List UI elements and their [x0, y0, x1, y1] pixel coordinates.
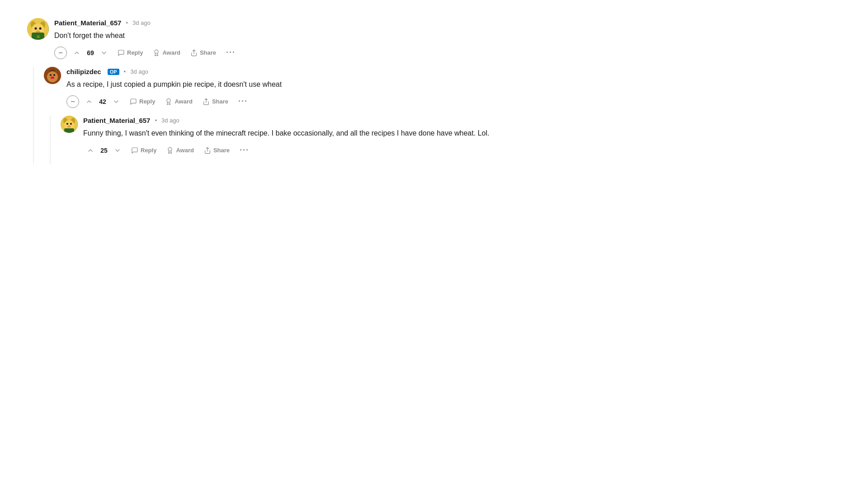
- collapse-button-1[interactable]: −: [66, 95, 79, 108]
- award-icon-2: [166, 147, 174, 154]
- svg-point-13: [50, 74, 52, 76]
- username-1: chilipizdec: [66, 68, 101, 75]
- op-badge: OP: [108, 69, 119, 75]
- thread-line-1: [50, 116, 51, 164]
- award-label-2: Award: [176, 147, 194, 154]
- timestamp: •: [126, 19, 128, 26]
- comment-level-1: chilipizdec OP • 3d ago As a recipe, I j…: [44, 67, 841, 164]
- upvote-icon: [73, 49, 80, 56]
- comment-body: Don't forget the wheat: [54, 30, 841, 41]
- comment-body-2: Funny thing, I wasn't even thinking of t…: [83, 128, 841, 139]
- comment-thread: ⚔ Patient_Material_657 • 3d ago Don't fo…: [27, 18, 841, 164]
- comment-left-col-1: [44, 67, 61, 84]
- svg-point-24: [67, 126, 71, 128]
- more-options-button-2[interactable]: ···: [236, 143, 253, 157]
- svg-rect-25: [64, 128, 74, 133]
- timestamp-sep-1: •: [124, 68, 126, 75]
- downvote-icon-2: [114, 147, 121, 154]
- reply-icon: [118, 49, 125, 56]
- vote-group-2: 25: [83, 145, 125, 156]
- comment-content: Patient_Material_657 • 3d ago Don't forg…: [54, 18, 841, 46]
- username-2: Patient_Material_657: [83, 117, 150, 124]
- svg-point-23: [70, 123, 72, 125]
- timestamp-1: 3d ago: [130, 68, 148, 75]
- share-button[interactable]: Share: [187, 47, 220, 59]
- comment-content-2: Patient_Material_657 • 3d ago Funny thin…: [83, 116, 841, 143]
- dots-icon-2: ···: [240, 145, 249, 155]
- downvote-button[interactable]: [97, 47, 111, 59]
- replies-body-1: Patient_Material_657 • 3d ago Funny thin…: [61, 116, 841, 164]
- reply-label: Reply: [127, 49, 143, 56]
- comment-level-2: Patient_Material_657 • 3d ago Funny thin…: [61, 116, 841, 164]
- collapse-button[interactable]: −: [54, 47, 67, 59]
- username: Patient_Material_657: [54, 19, 121, 27]
- avatar-chili: [44, 67, 61, 84]
- comment-header-1: chilipizdec OP • 3d ago: [66, 68, 841, 75]
- minus-icon: −: [58, 49, 62, 57]
- award-button-1[interactable]: Award: [161, 96, 196, 108]
- share-label: Share: [200, 49, 216, 56]
- timestamp-sep-2: •: [155, 117, 157, 124]
- svg-point-26: [168, 147, 172, 151]
- share-button-1[interactable]: Share: [199, 96, 232, 108]
- svg-point-5: [39, 28, 42, 30]
- timestamp-2: 3d ago: [161, 117, 179, 124]
- upvote-icon-1: [85, 98, 93, 105]
- share-icon-2: [204, 147, 211, 154]
- svg-text:⚔: ⚔: [36, 34, 40, 39]
- upvote-button[interactable]: [70, 47, 84, 59]
- upvote-button-1[interactable]: [82, 96, 96, 108]
- upvote-button-2[interactable]: [83, 145, 98, 156]
- avatar: ⚔: [27, 18, 49, 40]
- comment-header-2: Patient_Material_657 • 3d ago: [83, 117, 841, 124]
- award-label: Award: [162, 49, 180, 56]
- downvote-icon: [100, 49, 108, 56]
- share-label-1: Share: [212, 98, 228, 105]
- award-button[interactable]: Award: [149, 47, 184, 59]
- more-options-button-1[interactable]: ···: [235, 94, 251, 108]
- timestamp-value: 3d ago: [132, 19, 151, 26]
- share-icon-1: [203, 98, 210, 105]
- dots-icon-1: ···: [238, 97, 248, 106]
- more-options-button[interactable]: ···: [222, 46, 239, 60]
- upvote-icon-2: [87, 147, 94, 154]
- vote-group: 69: [70, 47, 111, 59]
- vote-count-1: 42: [98, 98, 107, 105]
- svg-point-14: [53, 74, 55, 76]
- replies-container-1: Patient_Material_657 • 3d ago Funny thin…: [44, 116, 841, 164]
- replies-body-0: chilipizdec OP • 3d ago As a recipe, I j…: [44, 67, 841, 164]
- reply-button[interactable]: Reply: [114, 47, 146, 59]
- award-icon-1: [165, 98, 172, 105]
- award-label-1: Award: [175, 98, 193, 105]
- replies-container-0: chilipizdec OP • 3d ago As a recipe, I j…: [27, 67, 841, 164]
- svg-point-9: [155, 50, 158, 53]
- svg-point-15: [51, 77, 54, 79]
- reply-icon-2: [131, 147, 138, 154]
- share-icon: [190, 49, 198, 56]
- svg-point-22: [66, 123, 68, 125]
- reply-button-1[interactable]: Reply: [126, 96, 159, 108]
- comment-header: Patient_Material_657 • 3d ago: [54, 19, 841, 27]
- reply-button-2[interactable]: Reply: [127, 145, 160, 156]
- share-button-2[interactable]: Share: [200, 145, 233, 156]
- vote-count: 69: [86, 49, 95, 56]
- reply-label-1: Reply: [139, 98, 155, 105]
- award-icon: [153, 49, 160, 56]
- dots-icon: ···: [226, 48, 236, 57]
- share-label-2: Share: [213, 147, 230, 154]
- reply-icon-1: [130, 98, 137, 105]
- svg-point-4: [35, 28, 37, 30]
- downvote-button-1[interactable]: [109, 96, 123, 108]
- avatar-patient-2: [61, 116, 78, 133]
- downvote-icon-1: [113, 98, 120, 105]
- comment-content-1: chilipizdec OP • 3d ago As a recipe, I j…: [66, 67, 841, 94]
- vote-count-2: 25: [99, 147, 108, 154]
- comment-left-col-2: [61, 116, 78, 133]
- award-button-2[interactable]: Award: [163, 145, 198, 156]
- comment-left-col: ⚔: [27, 18, 49, 40]
- reply-label-2: Reply: [141, 147, 156, 154]
- comment-level-0: ⚔ Patient_Material_657 • 3d ago Don't fo…: [27, 18, 841, 164]
- comment-body-1: As a recipe, I just copied a pumpkin pie…: [66, 79, 841, 90]
- downvote-button-2[interactable]: [110, 145, 125, 156]
- vote-group-1: 42: [82, 96, 123, 108]
